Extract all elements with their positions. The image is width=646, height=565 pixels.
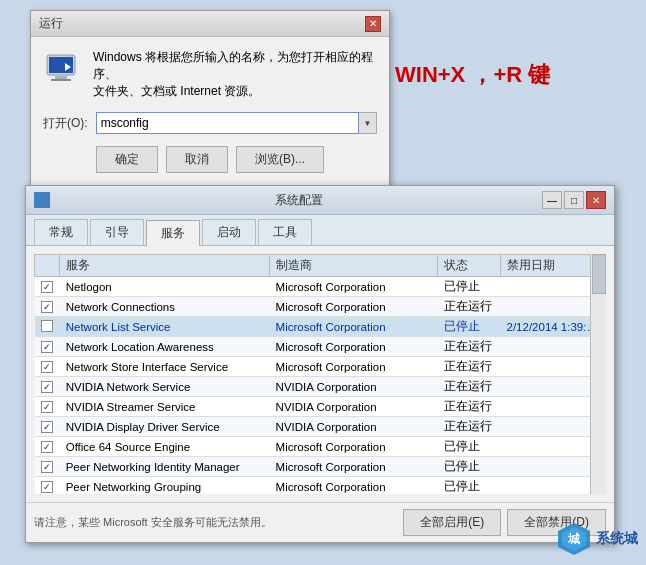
row-service-name: NVIDIA Display Driver Service [60,417,270,437]
bottom-note: 请注意，某些 Microsoft 安全服务可能无法禁用。 [34,515,272,530]
tab-services[interactable]: 服务 [146,220,200,246]
row-checkbox-cell[interactable] [35,477,60,495]
row-checkbox[interactable] [41,320,53,332]
table-row[interactable]: Network List Service Microsoft Corporati… [35,317,606,337]
row-maker: Microsoft Corporation [270,337,438,357]
row-service-name: Network List Service [60,317,270,337]
row-checkbox[interactable] [41,421,53,433]
row-maker: Microsoft Corporation [270,457,438,477]
svg-rect-1 [49,57,73,73]
row-checkbox[interactable] [41,281,53,293]
row-maker: NVIDIA Corporation [270,397,438,417]
sysconfig-minimize-button[interactable]: — [542,191,562,209]
run-dialog-icon-area: Windows 将根据您所输入的名称，为您打开相应的程序、 文件夹、文档或 In… [43,49,377,100]
run-description-line1: Windows 将根据您所输入的名称，为您打开相应的程序、 [93,49,377,83]
row-service-name: Network Connections [60,297,270,317]
table-row[interactable]: Office 64 Source Engine Microsoft Corpor… [35,437,606,457]
col-header-maker[interactable]: 制造商 [270,255,438,277]
row-checkbox-cell[interactable] [35,377,60,397]
row-status: 正在运行 [438,417,501,437]
row-checkbox[interactable] [41,481,53,493]
row-checkbox-cell[interactable] [35,337,60,357]
run-dialog-title: 运行 [39,15,63,32]
run-dialog: 运行 ✕ Windows 将根据您所输入的名称，为您打开相应的程序、 文件夹、文… [30,10,390,186]
watermark-logo: 城 [556,521,592,557]
row-maker: Microsoft Corporation [270,357,438,377]
col-header-status[interactable]: 状态 [438,255,501,277]
row-checkbox[interactable] [41,441,53,453]
row-service-name: Peer Networking Identity Manager [60,457,270,477]
row-checkbox-cell[interactable] [35,357,60,377]
watermark: 城 系统城 [556,521,638,557]
row-status: 已停止 [438,437,501,457]
run-button-row: 确定 取消 浏览(B)... [43,146,377,173]
row-checkbox[interactable] [41,361,53,373]
run-dialog-close-button[interactable]: ✕ [365,16,381,32]
row-checkbox-cell[interactable] [35,277,60,297]
row-maker: NVIDIA Corporation [270,417,438,437]
tab-tools[interactable]: 工具 [258,219,312,245]
svg-rect-3 [51,79,71,81]
enable-all-button[interactable]: 全部启用(E) [403,509,501,536]
row-checkbox-cell[interactable] [35,457,60,477]
sysconfig-dialog: 系统配置 — □ ✕ 常规 引导 服务 启动 工具 服务 制造商 状态 禁用日 [25,185,615,543]
table-row[interactable]: Peer Networking Identity Manager Microso… [35,457,606,477]
run-dialog-body: Windows 将根据您所输入的名称，为您打开相应的程序、 文件夹、文档或 In… [31,37,389,185]
row-service-name: Network Store Interface Service [60,357,270,377]
run-dropdown-button[interactable]: ▼ [359,112,377,134]
run-dialog-description: Windows 将根据您所输入的名称，为您打开相应的程序、 文件夹、文档或 In… [93,49,377,100]
table-row[interactable]: Network Location Awareness Microsoft Cor… [35,337,606,357]
table-header-row: 服务 制造商 状态 禁用日期 [35,255,606,277]
sysconfig-close-button[interactable]: ✕ [586,191,606,209]
sysconfig-title: 系统配置 [56,192,542,209]
row-status: 已停止 [438,457,501,477]
sysconfig-icon [34,192,50,208]
tab-general[interactable]: 常规 [34,219,88,245]
table-row[interactable]: Network Store Interface Service Microsof… [35,357,606,377]
col-header-checkbox [35,255,60,277]
table-row[interactable]: Network Connections Microsoft Corporatio… [35,297,606,317]
run-dialog-titlebar: 运行 ✕ [31,11,389,37]
winx-label: WIN+X ，+R 键 [395,60,550,90]
table-row[interactable]: Netlogon Microsoft Corporation 已停止 [35,277,606,297]
run-input[interactable] [96,112,359,134]
row-maker: Microsoft Corporation [270,277,438,297]
row-checkbox[interactable] [41,341,53,353]
table-row[interactable]: NVIDIA Display Driver Service NVIDIA Cor… [35,417,606,437]
scrollbar-thumb[interactable] [592,254,606,294]
run-browse-button[interactable]: 浏览(B)... [236,146,324,173]
sysconfig-maximize-button[interactable]: □ [564,191,584,209]
sysconfig-titlebar: 系统配置 — □ ✕ [26,186,614,215]
table-row[interactable]: NVIDIA Streamer Service NVIDIA Corporati… [35,397,606,417]
bottom-bar: 请注意，某些 Microsoft 安全服务可能无法禁用。 全部启用(E) 全部禁… [26,502,614,542]
tab-bar: 常规 引导 服务 启动 工具 [26,215,614,246]
row-service-name: Netlogon [60,277,270,297]
row-checkbox-cell[interactable] [35,397,60,417]
services-table: 服务 制造商 状态 禁用日期 Netlogon Microsoft Corpor… [34,254,606,494]
row-checkbox-cell[interactable] [35,317,60,337]
table-row[interactable]: NVIDIA Network Service NVIDIA Corporatio… [35,377,606,397]
table-scrollbar[interactable] [590,254,606,494]
run-input-row: 打开(O): ▼ [43,112,377,134]
watermark-text: 系统城 [596,530,638,548]
svg-text:城: 城 [567,532,581,546]
tab-boot[interactable]: 引导 [90,219,144,245]
run-ok-button[interactable]: 确定 [96,146,158,173]
row-checkbox-cell[interactable] [35,297,60,317]
row-checkbox[interactable] [41,461,53,473]
svg-rect-2 [55,76,67,79]
row-checkbox-cell[interactable] [35,417,60,437]
col-header-service[interactable]: 服务 [60,255,270,277]
run-cancel-button[interactable]: 取消 [166,146,228,173]
row-status: 已停止 [438,317,501,337]
row-maker: Microsoft Corporation [270,437,438,457]
row-checkbox[interactable] [41,381,53,393]
table-row[interactable]: Peer Networking Grouping Microsoft Corpo… [35,477,606,495]
row-checkbox[interactable] [41,301,53,313]
row-service-name: NVIDIA Streamer Service [60,397,270,417]
row-status: 正在运行 [438,297,501,317]
row-checkbox-cell[interactable] [35,437,60,457]
row-maker: Microsoft Corporation [270,317,438,337]
row-checkbox[interactable] [41,401,53,413]
tab-startup[interactable]: 启动 [202,219,256,245]
